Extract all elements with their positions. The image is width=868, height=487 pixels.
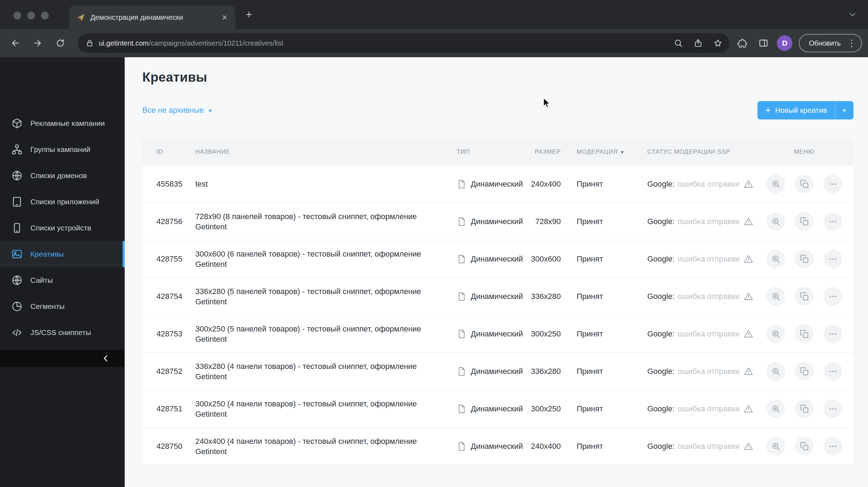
creative-type: Динамический — [457, 404, 527, 414]
sidebar-item[interactable]: Сайты — [0, 267, 125, 293]
ellipsis-icon — [828, 217, 838, 226]
table-row[interactable]: 428755 300x600 (6 панелей товаров) - тес… — [142, 240, 854, 277]
chevron-down-icon: ▾ — [209, 106, 212, 115]
more-actions-button[interactable] — [824, 212, 842, 231]
preview-button[interactable] — [766, 437, 785, 456]
sidebar-collapse-button[interactable] — [0, 350, 125, 367]
copy-icon — [800, 404, 809, 413]
address-bar[interactable]: ui.getintent.com/campaigns/advertisers/1… — [78, 33, 730, 53]
sidebar-item[interactable]: Списки устройств — [0, 215, 125, 241]
window-minimize-button[interactable] — [27, 12, 35, 19]
zoom-in-icon — [771, 217, 780, 226]
table-row[interactable]: 428752 336x280 (4 панели товаров) - тест… — [142, 352, 854, 390]
ellipsis-icon — [828, 180, 838, 189]
preview-button[interactable] — [766, 362, 785, 381]
copy-button[interactable] — [795, 362, 814, 381]
creative-id: 428752 — [142, 367, 195, 376]
table-row[interactable]: 428750 240x400 (4 панели товаров) - тест… — [142, 427, 854, 465]
ssp-network-label: Google: — [647, 254, 674, 264]
more-actions-button[interactable] — [824, 324, 842, 343]
new-creative-dropdown-caret[interactable]: ▾ — [835, 107, 854, 114]
sidebar-item-label: Креативы — [30, 250, 64, 258]
moderation-status: Принят — [561, 292, 635, 301]
ssp-moderation-status: Google: ошибка отправки — [635, 329, 755, 339]
sidebar-item[interactable]: JS/CSS сниппеты — [0, 319, 125, 346]
sidebar-item[interactable]: Группы кампаний — [0, 136, 125, 163]
share-icon[interactable] — [691, 36, 706, 51]
sidebar-item[interactable]: Списки доменов — [0, 163, 125, 189]
table-row[interactable]: 455835 test Динамический 240x400 Принят … — [142, 165, 854, 203]
forward-icon[interactable] — [30, 35, 46, 51]
chevron-left-icon — [101, 354, 111, 363]
lock-icon[interactable] — [85, 39, 94, 47]
zoom-in-icon — [771, 180, 780, 189]
copy-button[interactable] — [795, 212, 814, 231]
copy-button[interactable] — [795, 437, 814, 456]
sidebar-item-icon — [11, 275, 23, 286]
new-creative-button[interactable]: + Новый креатив ▾ — [757, 101, 854, 119]
url-text: ui.getintent.com/campaigns/advertisers/1… — [99, 39, 666, 47]
header-ssp-status: СТАТУС МОДЕРАЦИИ SSP — [635, 148, 755, 156]
profile-avatar[interactable]: D — [777, 35, 792, 51]
moderation-status: Принят — [561, 367, 635, 376]
sidebar-item[interactable]: Креативы — [0, 241, 125, 267]
copy-button[interactable] — [795, 250, 814, 268]
tab-search-chevron-icon[interactable] — [846, 8, 859, 21]
archive-filter-dropdown[interactable]: Все не архивные ▾ — [142, 106, 212, 115]
preview-button[interactable] — [766, 212, 785, 231]
new-tab-button[interactable]: + — [242, 7, 256, 22]
window-zoom-button[interactable] — [41, 12, 49, 19]
row-actions — [755, 287, 854, 306]
sidebar-item-icon — [11, 327, 23, 338]
more-actions-button[interactable] — [824, 175, 842, 193]
row-actions — [755, 437, 854, 456]
preview-button[interactable] — [766, 399, 785, 418]
sidebar-item[interactable]: Рекламные кампании — [0, 110, 125, 136]
window-close-button[interactable] — [13, 12, 21, 19]
side-panel-icon[interactable] — [756, 35, 771, 51]
more-actions-button[interactable] — [824, 250, 842, 268]
reload-icon[interactable] — [52, 35, 69, 51]
browser-tab[interactable]: Демонстрация динамически × — [69, 6, 235, 29]
table-row[interactable]: 428751 300x250 (4 панели товаров) - тест… — [142, 390, 854, 427]
sidebar-item-label: Группы кампаний — [30, 145, 90, 154]
dynamic-creative-file-icon — [457, 441, 466, 451]
more-actions-button[interactable] — [824, 287, 842, 306]
ssp-moderation-status: Google: ошибка отправки — [635, 254, 755, 264]
table-row[interactable]: 428753 300x250 (5 панелей товаров) - тес… — [142, 315, 854, 352]
copy-button[interactable] — [795, 175, 814, 193]
preview-button[interactable] — [766, 287, 785, 306]
sidebar-item[interactable]: Сегменты — [0, 293, 125, 319]
browser-menu-icon[interactable]: ⋮ — [847, 39, 856, 48]
moderation-status: Принят — [561, 180, 635, 189]
sidebar-item-label: JS/CSS сниппеты — [30, 328, 91, 337]
creative-size: 728x90 — [527, 217, 561, 226]
header-moderation[interactable]: МОДЕРАЦИЯ ▾ — [561, 148, 635, 156]
header-type: ТИП — [457, 148, 527, 156]
more-actions-button[interactable] — [824, 362, 842, 381]
preview-button[interactable] — [766, 250, 785, 268]
preview-button[interactable] — [766, 324, 785, 343]
sidebar-item[interactable]: Списки приложений — [0, 189, 125, 215]
creative-name: 300x250 (4 панели товаров) - тестовый сн… — [195, 399, 428, 419]
warning-icon — [744, 404, 753, 413]
zoom-level-icon[interactable] — [671, 36, 686, 51]
more-actions-button[interactable] — [824, 399, 842, 418]
bookmark-star-icon[interactable] — [711, 36, 725, 51]
app-body: Рекламные кампании Группы кампаний Списк… — [0, 57, 868, 487]
copy-button[interactable] — [795, 287, 814, 306]
back-icon[interactable] — [7, 35, 23, 51]
tab-close-icon[interactable]: × — [219, 12, 230, 23]
creative-name: 728x90 (8 панелей товаров) - тестовый сн… — [195, 211, 428, 232]
ssp-status-label: ошибка отправки — [678, 292, 739, 301]
more-actions-button[interactable] — [824, 437, 842, 456]
sort-caret-icon: ▾ — [621, 149, 624, 155]
preview-button[interactable] — [766, 175, 785, 193]
table-row[interactable]: 428756 728x90 (8 панелей товаров) - тест… — [142, 203, 854, 240]
extensions-puzzle-icon[interactable] — [735, 35, 750, 51]
browser-update-button[interactable]: Обновить ⋮ — [799, 34, 862, 52]
copy-button[interactable] — [795, 324, 814, 343]
ellipsis-icon — [828, 329, 838, 339]
table-row[interactable]: 428754 336x280 (5 панелей товаров) - тес… — [142, 277, 854, 315]
copy-button[interactable] — [795, 399, 814, 418]
